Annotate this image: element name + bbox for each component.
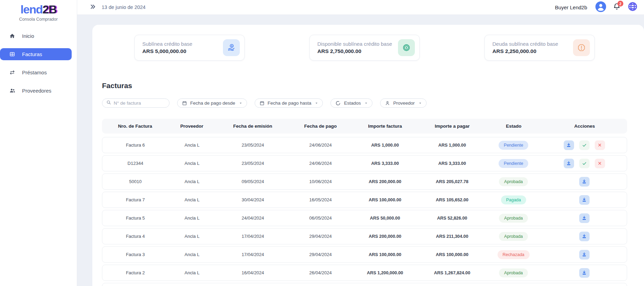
- search-input[interactable]: [114, 100, 166, 106]
- provider-cell: Ancla L: [168, 234, 216, 239]
- sidebar-item-proveedores[interactable]: Proveedores: [0, 85, 72, 97]
- card-sublinea-credito: Sublínea crédito base ARS 5,000,000.00 $: [134, 35, 245, 61]
- page-title: Facturas: [102, 82, 627, 90]
- filter-estados[interactable]: Estados: [330, 98, 372, 108]
- status-cell: Aprobada: [485, 177, 542, 186]
- card-value: ARS 2,250,000.00: [492, 48, 573, 54]
- column-header: Nro. de Factura: [102, 124, 168, 129]
- table-row: Factura 5 Ancla L 24/04/2024 06/05/2024 …: [102, 210, 627, 226]
- invoices-table: Nro. de Factura Proveedor Fecha de emisi…: [102, 119, 627, 286]
- app-root: lend2B Consola Comprador Inicio Facturas: [0, 0, 644, 286]
- status-cell: Rechazada: [485, 250, 542, 259]
- logo-lend: lend: [20, 3, 42, 16]
- due-date-cell: 29/04/2024: [290, 234, 351, 239]
- actions-cell: [542, 177, 627, 187]
- approve-invoice-button[interactable]: [579, 159, 590, 168]
- provider-cell: Ancla L: [168, 215, 216, 221]
- status-badge: Aprobada: [499, 214, 528, 223]
- provider-cell: Ancla L: [168, 161, 216, 166]
- download-icon: [566, 161, 571, 166]
- card-info: Disponible sublínea crédito base ARS 2,7…: [317, 41, 398, 54]
- notifications-button[interactable]: 2: [613, 3, 621, 12]
- due-date-cell: 24/06/2024: [290, 142, 351, 148]
- filter-fecha-pago-hasta[interactable]: Fecha de pago hasta: [255, 98, 323, 108]
- download-invoice-button[interactable]: [579, 232, 590, 241]
- card-value: ARS 5,000,000.00: [142, 48, 223, 54]
- invoice-number-cell: Factura 4: [102, 234, 168, 239]
- provider-cell: Ancla L: [168, 197, 216, 202]
- topbar: 13 de junio de 2024 Buyer Lend2b 2: [77, 0, 644, 15]
- issue-date-cell: 09/05/2024: [216, 179, 290, 184]
- table-row: Factura 4 Ancla L 17/04/2024 29/04/2024 …: [102, 228, 627, 244]
- download-invoice-button[interactable]: [579, 213, 590, 223]
- download-invoice-button[interactable]: [579, 177, 590, 187]
- download-icon: [582, 252, 587, 257]
- table-row: Factura 6 Ancla L 23/05/2024 24/06/2024 …: [102, 137, 627, 153]
- approve-icon: [582, 143, 587, 148]
- column-header: Acciones: [542, 124, 627, 129]
- swap-arrows-icon: [9, 70, 16, 75]
- download-icon: [582, 197, 587, 202]
- language-button[interactable]: [627, 1, 638, 13]
- status-badge: Aprobada: [499, 268, 528, 277]
- provider-cell: Ancla L: [168, 179, 216, 184]
- download-invoice-button[interactable]: [579, 195, 590, 205]
- provider-cell: Ancla L: [168, 142, 216, 148]
- actions-cell: [542, 232, 627, 241]
- download-icon: [582, 215, 587, 221]
- filter-proveedor[interactable]: Proveedor: [380, 98, 426, 108]
- issue-date-cell: 23/05/2024: [216, 161, 290, 166]
- sidebar-item-inicio[interactable]: Inicio: [0, 30, 72, 42]
- download-invoice-button[interactable]: [579, 250, 590, 259]
- invoice-amount-cell: ARS 200,000.00: [351, 179, 419, 184]
- card-label: Disponible sublínea crédito base: [317, 41, 398, 47]
- table-row: 50010 Ancla L 09/05/2024 10/06/2024 ARS …: [102, 173, 627, 190]
- globe-icon: [627, 1, 638, 13]
- reject-icon: [597, 161, 602, 166]
- download-invoice-button[interactable]: [564, 159, 574, 168]
- user-avatar[interactable]: [595, 1, 606, 13]
- invoice-number-cell: Factura 6: [102, 142, 168, 148]
- table-row-partial: [102, 283, 627, 286]
- download-invoice-button[interactable]: [579, 268, 590, 278]
- sidebar-item-prestamos[interactable]: Préstamos: [0, 66, 72, 78]
- payable-amount-cell: ARS 1,267,824.00: [419, 270, 485, 275]
- download-invoice-button[interactable]: [564, 140, 574, 150]
- approve-invoice-button[interactable]: [579, 140, 590, 150]
- content-panel: Sublínea crédito base ARS 5,000,000.00 $…: [92, 25, 644, 286]
- invoice-number-cell: Factura 3: [102, 252, 168, 257]
- sidebar-item-facturas[interactable]: Facturas: [0, 48, 72, 60]
- due-date-cell: 29/04/2024: [290, 252, 351, 257]
- user-name: Buyer Lend2b: [555, 4, 587, 10]
- chevrons-right-icon: [90, 3, 96, 11]
- card-label: Sublínea crédito base: [142, 41, 223, 47]
- sidebar-item-label: Inicio: [22, 33, 34, 39]
- status-badge: Pagada: [501, 195, 526, 204]
- reject-invoice-button[interactable]: [595, 140, 605, 150]
- issue-date-cell: 30/04/2024: [216, 197, 290, 202]
- status-cell: Pendiente: [485, 159, 542, 168]
- payable-amount-cell: ARS 3,333.00: [419, 161, 485, 166]
- filter-fecha-pago-desde[interactable]: Fecha de pago desde: [177, 98, 247, 108]
- actions-cell: [542, 159, 627, 168]
- actions-cell: [542, 213, 627, 223]
- card-info: Deuda sublínea crédito base ARS 2,250,00…: [492, 41, 573, 54]
- filters-row: Fecha de pago desde Fecha de pago hasta: [102, 98, 627, 108]
- table-row: Factura 3 Ancla L 17/04/2024 29/04/2024 …: [102, 246, 627, 263]
- reject-invoice-button[interactable]: [595, 159, 605, 168]
- table-row: D12344 Ancla L 23/05/2024 24/06/2024 ARS…: [102, 155, 627, 171]
- payable-amount-cell: ARS 52,826.00: [419, 215, 485, 221]
- sidebar-nav: Inicio Facturas Préstamos Proveedores: [0, 30, 77, 103]
- table-body: Factura 6 Ancla L 23/05/2024 24/06/2024 …: [102, 137, 627, 281]
- filter-label: Fecha de pago hasta: [268, 100, 311, 106]
- people-icon: [9, 87, 16, 94]
- current-date: 13 de junio de 2024: [102, 4, 145, 10]
- invoice-amount-cell: ARS 3,333.00: [351, 161, 419, 166]
- reject-icon: [597, 143, 602, 147]
- column-header: Fecha de emisión: [215, 124, 290, 129]
- invoice-amount-cell: ARS 1,200,000.00: [351, 270, 419, 275]
- sidebar-collapse-button[interactable]: [90, 3, 96, 11]
- status-cell: Pendiente: [485, 141, 542, 150]
- actions-cell: [542, 250, 627, 259]
- invoices-grid-icon: [9, 51, 16, 57]
